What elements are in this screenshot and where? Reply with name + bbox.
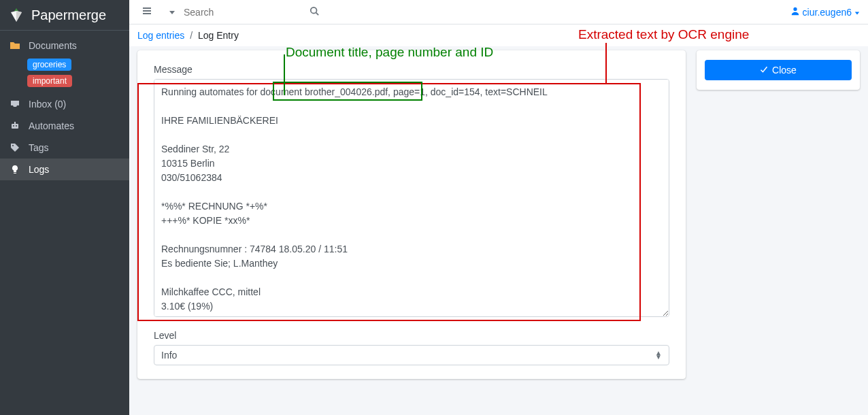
level-field-label: Level [154, 330, 669, 341]
message-textarea[interactable] [154, 79, 669, 317]
sidebar-doc-tags: groceries important [0, 56, 129, 89]
inbox-icon [8, 99, 22, 110]
sidebar-item-automates[interactable]: Automates [0, 115, 129, 137]
search-icon[interactable] [307, 3, 322, 20]
breadcrumb: Log entries / Log Entry [129, 24, 868, 46]
brand-logo-icon [8, 7, 24, 23]
tag-groceries[interactable]: groceries [27, 59, 71, 71]
sidebar-item-label: Documents [29, 40, 77, 51]
tag-important[interactable]: important [27, 75, 72, 87]
svg-rect-3 [14, 122, 16, 124]
select-updown-icon: ▲▼ [655, 351, 662, 359]
svg-rect-0 [12, 124, 18, 129]
message-field-label: Message [154, 64, 669, 75]
robot-icon [8, 120, 22, 131]
sidebar-item-label: Logs [29, 164, 49, 175]
svg-point-6 [311, 7, 317, 14]
brand-name: Papermerge [31, 7, 106, 23]
folder-icon [8, 40, 22, 51]
breadcrumb-current: Log Entry [198, 30, 239, 41]
svg-point-7 [793, 7, 797, 11]
level-select-value: Info [161, 350, 177, 361]
log-entry-card: Message Level Info ▲▼ [137, 50, 686, 379]
search-scope-dropdown[interactable] [165, 5, 180, 19]
sidebar-item-logs[interactable]: Logs [0, 159, 129, 180]
sidebar-item-label: Automates [29, 120, 74, 131]
side-panel-card: Close [697, 50, 860, 90]
hamburger-menu-button[interactable] [137, 3, 156, 21]
svg-point-1 [13, 125, 14, 127]
brand: Papermerge [0, 0, 129, 31]
sidebar-item-label: Inbox (0) [29, 99, 66, 110]
svg-point-2 [16, 125, 17, 127]
content-area: Message Level Info ▲▼ Close [129, 46, 868, 415]
tag-icon [8, 142, 22, 153]
close-button-label: Close [772, 65, 797, 76]
close-button[interactable]: Close [705, 60, 852, 80]
breadcrumb-separator: / [187, 30, 195, 41]
search-input[interactable] [180, 4, 307, 20]
sidebar-item-label: Tags [29, 142, 49, 153]
username-label: ciur.eugen6 [803, 7, 852, 18]
sidebar-item-documents[interactable]: Documents [0, 35, 129, 56]
sidebar-item-tags[interactable]: Tags [0, 137, 129, 159]
chevron-down-icon [854, 7, 860, 18]
svg-rect-5 [14, 173, 16, 173]
bulb-icon [8, 164, 22, 175]
sidebar-item-inbox[interactable]: Inbox (0) [0, 93, 129, 115]
sidebar: Papermerge Documents groceries important… [0, 0, 129, 415]
level-select[interactable]: Info ▲▼ [154, 345, 669, 365]
user-icon [790, 6, 800, 18]
main-area: ciur.eugen6 Log entries / Log Entry Mess… [129, 0, 868, 415]
topbar: ciur.eugen6 [129, 0, 868, 24]
sidebar-nav: Documents groceries important Inbox (0) … [0, 31, 129, 184]
svg-point-4 [12, 145, 14, 146]
user-menu[interactable]: ciur.eugen6 [790, 6, 860, 18]
search-group [165, 3, 287, 20]
check-icon [760, 65, 768, 76]
breadcrumb-parent-link[interactable]: Log entries [137, 30, 184, 41]
